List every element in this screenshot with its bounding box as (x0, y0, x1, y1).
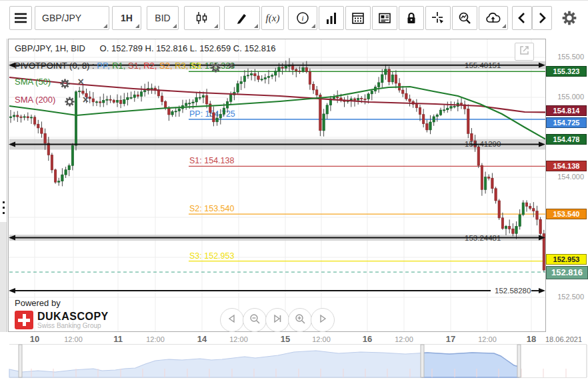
magnifier-minus-icon (249, 313, 261, 327)
price-level-badge: 154.814 (546, 105, 587, 116)
day-tick-label: 15 (281, 334, 290, 344)
pivot-indicator-name: PIVOTPOINT (0, 8) (15, 61, 89, 71)
zoom-in-button[interactable] (288, 308, 312, 332)
brand-subtitle: Swiss Banking Group (37, 322, 109, 329)
popout-icon (519, 45, 529, 58)
trading-chart-app: GBP/JPY 1H BID f(x) i (0, 0, 588, 384)
price-level-badge: 154.138 (546, 161, 587, 171)
dukascopy-logo: DUKASCOPY Swiss Banking Group (15, 311, 109, 329)
current-date-label: 18.06.2021 (545, 335, 582, 343)
day-tick-label: 11 (113, 334, 123, 344)
price-tick-label: 155.000 (547, 93, 584, 101)
price-level-badge: 155.323 (546, 66, 587, 77)
sma200-remove-icon[interactable]: × (83, 97, 89, 103)
price-tick-label: 154.000 (547, 173, 584, 181)
left-scrollbar[interactable] (0, 39, 7, 332)
pivot-settings-gear-icon[interactable] (211, 62, 221, 73)
time-tick-label: 12:00 (229, 335, 248, 343)
left-scrollbar-track (0, 222, 7, 332)
drag-handle-dots-icon (3, 201, 5, 203)
overview-left-edge-handle[interactable] (19, 345, 22, 377)
pivot-level-legend-item: S2, (159, 61, 175, 71)
popout-chart-button[interactable] (515, 43, 534, 61)
pivot-level-legend-item: R2, (143, 61, 159, 71)
pivot-level-legend-item: S3 (191, 61, 201, 71)
chart-area[interactable] (8, 39, 546, 332)
zoom-out-button[interactable] (243, 308, 267, 332)
magnifier-plus-icon (295, 313, 306, 327)
day-tick-label: 18 (527, 334, 536, 344)
price-level-badge: 153.540 (546, 209, 587, 219)
drag-handle-dots-icon (3, 212, 5, 214)
pivot-remove-icon[interactable]: × (228, 63, 234, 69)
sma200-settings-gear-icon[interactable] (65, 96, 75, 107)
pivot-level-legend-item: S1, (128, 61, 143, 71)
time-tick-label: 12:00 (395, 335, 413, 343)
triangle-left-icon (227, 313, 237, 327)
time-tick-label: 12:00 (478, 335, 497, 343)
sma50-settings-gear-icon[interactable] (60, 78, 70, 89)
price-level-badge: 154.725 (546, 117, 587, 128)
selection-start-handle[interactable] (421, 345, 424, 377)
sma50-indicator-row: SMA (50) × (15, 77, 84, 89)
instrument-label: GBP/JPY, 1H, BID (15, 43, 85, 53)
time-tick-label: 12:00 (312, 335, 331, 343)
drag-handle-dots-icon (3, 207, 5, 209)
powered-by-label: Powered by (15, 298, 61, 308)
pivot-level-legend-item: R1, (112, 61, 128, 71)
day-tick-label: 16 (363, 334, 372, 344)
overview-selected-area (422, 353, 519, 377)
day-tick-label: 17 (446, 334, 455, 344)
time-tick-label: 12:00 (146, 335, 165, 343)
price-tick-label: 155.500 (547, 53, 584, 61)
step-back-button[interactable] (220, 308, 244, 332)
price-level-badge: 152.953 (546, 254, 587, 265)
swiss-cross-icon (15, 311, 33, 329)
step-forward-button[interactable] (311, 308, 335, 332)
pivot-separator: : (89, 61, 97, 71)
day-tick-label: 14 (197, 334, 207, 344)
sma200-label: SMA (200) (15, 95, 55, 105)
brand-name: DUKASCOPY (37, 311, 109, 322)
ohlc-values: O. 152.789 H. 152.816 L. 152.659 C. 152.… (100, 43, 276, 53)
current-price-badge: 152.816 (546, 266, 588, 279)
triangle-right-icon (317, 313, 328, 327)
price-level-badge: 154.478 (546, 134, 587, 145)
sma50-label: SMA (50) (15, 77, 51, 87)
go-to-end-button[interactable] (265, 308, 289, 332)
price-tick-label: 152.500 (547, 293, 584, 301)
pivot-level-legend-item: PP, (97, 61, 112, 71)
pivot-indicator-row: PIVOTPOINT (0, 8) : PP, R1, S1, R2, S2, … (15, 61, 234, 73)
skip-to-end-icon (272, 313, 283, 327)
pivot-level-legend-item: R3, (175, 61, 191, 71)
pivot-levels-legend: PP, R1, S1, R2, S2, R3, S3 (97, 61, 201, 71)
sma50-remove-icon[interactable]: × (77, 79, 83, 85)
selection-end-handle[interactable] (517, 345, 521, 377)
day-tick-label: 10 (30, 334, 39, 344)
instrument-header-row: GBP/JPY, 1H, BID O. 152.789 H. 152.816 L… (15, 43, 275, 53)
sma200-indicator-row: SMA (200) × (15, 95, 89, 107)
time-tick-label: 12:00 (64, 335, 83, 343)
